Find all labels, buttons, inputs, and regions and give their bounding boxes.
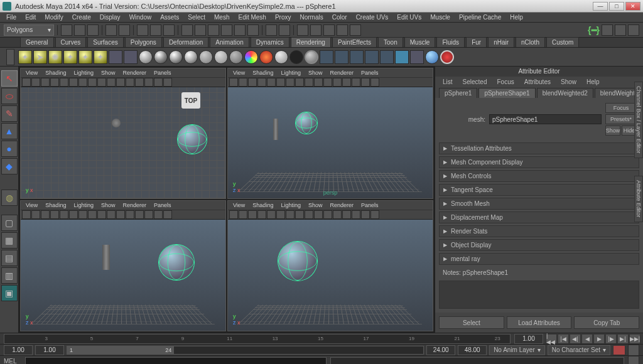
use-background-icon[interactable] [289,50,303,64]
ae-menu-selected[interactable]: Selected [459,78,491,85]
directional-light-icon[interactable]: ➤ [33,50,47,64]
blinn-icon[interactable] [154,50,168,64]
physical-sky-icon[interactable] [124,50,138,64]
mental-ray-icon[interactable] [410,50,424,64]
rewind-button[interactable]: |◀◀ [546,334,557,344]
ae-menu-help[interactable]: Help [583,78,603,85]
ae-tab-psphere1[interactable]: pSphere1 [439,88,477,98]
sidebar-toggle-3-icon[interactable] [628,24,639,36]
anim-layer-dropdown[interactable]: No Anim Layer▾ [489,345,545,355]
render-view-icon[interactable] [337,24,348,36]
select-button[interactable]: Select [439,316,504,329]
approx-editor-icon[interactable] [425,50,439,64]
command-input[interactable] [25,357,327,365]
menu-color[interactable]: Color [328,13,351,21]
selection-mask-icon[interactable]: {━} [588,25,600,35]
menu-display[interactable]: Display [96,13,124,21]
snap-curve-icon[interactable] [195,24,206,36]
script-editor-icon[interactable] [628,356,639,365]
shelf-fur[interactable]: Fur [466,37,487,47]
play-start-field[interactable]: 1.00 [35,345,64,355]
ae-tab-blendweighted2[interactable]: blendWeighted2 [537,88,593,98]
side-tab-channelbox[interactable]: Channel Box / Layer Editor [634,82,643,158]
snap-plane-icon[interactable] [221,24,232,36]
mia-material-x-icon[interactable] [274,50,288,64]
last-tool[interactable]: ◍ [1,190,18,206]
shelf-custom[interactable]: Custom [546,37,579,47]
range-end-field[interactable]: 48.00 [458,345,487,355]
menu-muscle[interactable]: Muscle [426,13,454,21]
hypershade-icon[interactable] [380,50,394,64]
render-layer-icon[interactable] [350,24,361,36]
section-tessellation[interactable]: ▶Tessellation Attributes [439,142,639,154]
character-set-dropdown[interactable]: No Character Set▾ [548,345,610,355]
shelf-deformation[interactable]: Deformation [163,37,208,47]
step-back-button[interactable]: ◀| [570,334,581,344]
sidebar-toggle-2-icon[interactable] [615,24,626,36]
layout-single-icon[interactable]: ▢ [1,215,18,231]
select-object-icon[interactable] [150,24,161,36]
vp-menu-panels[interactable]: Panels [151,70,174,76]
minimize-button[interactable]: — [593,2,608,11]
go-end-button[interactable]: ▶▶| [629,334,640,344]
snap-view-icon[interactable] [247,24,259,36]
shelf-toon[interactable]: Toon [378,37,403,47]
section-mesh-component[interactable]: ▶Mesh Component Display [439,156,639,168]
copy-tab-button[interactable]: Copy Tab [574,316,639,329]
play-back-button[interactable]: ◀ [581,334,593,344]
section-mental-ray[interactable]: ▶mental ray [439,253,639,265]
cmd-language-label[interactable]: MEL [4,358,21,364]
shelf-animation[interactable]: Animation [210,37,249,47]
menu-window[interactable]: Window [126,13,156,21]
menuset-dropdown[interactable]: Polygons▾ [4,24,54,36]
section-object-display[interactable]: ▶Object Display [439,239,639,251]
render-current-icon[interactable] [320,50,333,64]
scale-tool[interactable]: ◆ [1,158,18,174]
ramp-shader-icon[interactable] [214,50,228,64]
menu-normals[interactable]: Normals [296,13,327,21]
snap-live-icon[interactable] [234,24,246,36]
sidebar-toggle-1-icon[interactable] [602,24,613,36]
menu-assets[interactable]: Assets [156,13,183,21]
menu-mesh[interactable]: Mesh [210,13,233,21]
rotate-tool[interactable]: ● [1,141,18,157]
ae-menu-focus[interactable]: Focus [493,78,517,85]
shelf-painteffects[interactable]: PaintEffects [332,37,377,47]
viewport-persp[interactable]: ViewShadingLightingShowRendererPanels pe… [227,68,433,199]
surface-shader-icon[interactable] [229,50,243,64]
vp-menu-view[interactable]: View [23,70,40,76]
layout-outliner-icon[interactable]: ▥ [1,267,18,284]
menu-edit[interactable]: Edit [21,13,40,21]
shelf-general[interactable]: General [20,37,54,47]
ae-menu-show[interactable]: Show [557,78,580,85]
maximize-button[interactable]: □ [609,2,624,11]
vp-menu-show[interactable]: Show [99,70,118,76]
ae-menu-list[interactable]: List [439,78,457,85]
close-button[interactable]: ✕ [625,2,640,11]
select-component-icon[interactable] [163,24,175,36]
autokey-toggle[interactable] [613,345,625,355]
snap-point-icon[interactable] [208,24,219,36]
volume-light-icon[interactable]: ✦ [94,50,107,64]
move-tool[interactable]: ▲ [1,123,18,139]
ipr-icon[interactable] [335,50,349,64]
range-start-field[interactable]: 1.00 [4,345,33,355]
menu-select[interactable]: Select [184,13,209,21]
render-view-shelf-icon[interactable] [395,50,409,64]
shelf-fluids[interactable]: Fluids [436,37,465,47]
render-settings-icon[interactable] [323,24,335,36]
layout-four-icon[interactable]: ▦ [1,232,18,249]
viewcube-label[interactable]: TOP [181,92,200,109]
area-light-icon[interactable]: ✦ [78,50,92,64]
range-slider[interactable]: 124 [67,346,424,355]
ibl-icon[interactable] [109,50,122,64]
shelf-dynamics[interactable]: Dynamics [251,37,289,47]
history-toggle-icon[interactable] [279,24,290,36]
shelf-rendering[interactable]: Rendering [291,37,331,47]
menu-pipeline[interactable]: Pipeline Cache [455,13,505,21]
snap-grid-icon[interactable] [181,24,193,36]
hsv-ramp-icon[interactable] [244,50,258,64]
open-scene-icon[interactable] [74,24,85,36]
viewport-front[interactable]: ViewShadingLightingShowRendererPanels yz… [20,200,226,331]
step-forward-key-button[interactable]: ▶| [617,334,629,344]
